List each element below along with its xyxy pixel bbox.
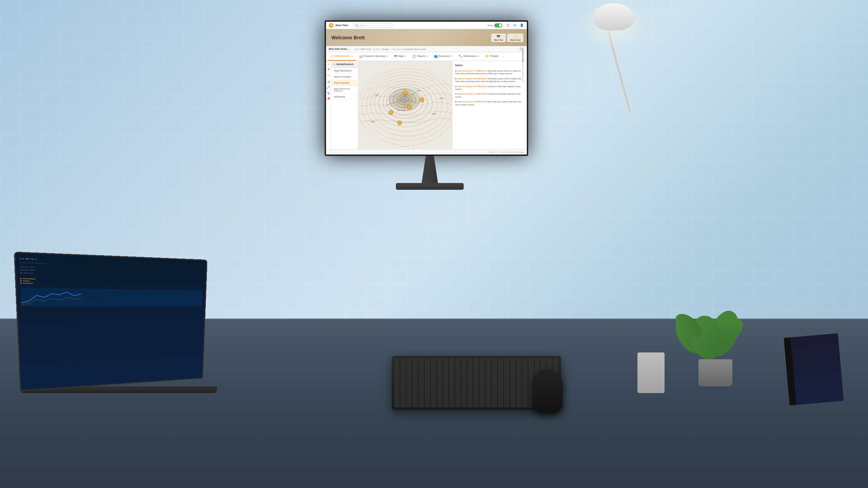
settings-icon-btn[interactable]: ⊙ [513,23,517,28]
plant [682,268,749,386]
notes-scroll-track [522,61,524,83]
resources-arrow: ▼ [451,55,453,57]
tab-safety-label: Safety/Geotech [334,55,350,57]
sidebar-menu-icon[interactable]: ≡ [327,62,330,66]
tab-resources[interactable]: 👥 Resources ▼ [431,52,456,61]
search-icon: 🔍 [355,24,358,27]
tab-projects-label: Projects [490,55,498,57]
user-icon-btn[interactable]: 👤 [519,23,524,28]
marker-warning-icon-1: ⚠ [403,91,407,95]
svg-text:4650: 4650 [371,121,375,123]
panel-item-slope-restrictions[interactable]: Slope Restrictions [331,68,358,74]
tab-maps-label: Maps [398,55,404,57]
duration-meta: Duration: 30 Days [373,48,389,50]
app-topbar: M Mine Plan 🔍 Search... Mode ? ⊙ [326,22,527,29]
map-marker-5[interactable]: ⚠ [397,121,401,125]
whats-new-btn-label: What's New [510,39,521,41]
sidebar-map-icon[interactable]: 📍 [327,68,330,72]
footer-logo-icon: ● [498,151,499,153]
tab-resources-label: Resources [439,55,450,57]
monitor-screen[interactable]: M Mine Plan 🔍 Search... Mode ? ⊙ [325,20,528,156]
panel-item-slope-stability[interactable]: Slope Stability [331,80,358,86]
tab-projects[interactable]: 📁 Projects [482,52,501,61]
left-panel-warning-icon: ⚠ [333,63,335,66]
app-container: M Mine Plan 🔍 Search... Mode ? ⊙ [326,22,527,155]
panel-item-areas-of-concern[interactable]: Areas of Concern [331,74,358,80]
left-panel-title: ⚠ Safety/Geotech [333,63,354,66]
reports-icon: 📋 [412,55,416,58]
background: ▬ ▬ ▬▬▬ ▬▬ ▬ ─────────────────── ▬▬▬▬ ▬▬… [0,0,868,488]
note-item-4: 4. Area of concern on 3900 level: Contac… [455,93,524,98]
topo-map-svg: 4900 5000 4300 4650 3900 [358,61,452,149]
panel-item-instructions[interactable]: Instructions [331,94,358,100]
map-credit: EclipseVME [399,145,411,148]
svg-text:4300: 4300 [375,94,379,96]
marker-warning-icon-5: ⚠ [397,121,401,125]
tab-reports-label: Reports [417,55,426,57]
toggle-knob [499,24,502,27]
mine-plan-meta: Start: 2022-10-25 Duration: 30 Days Conn… [355,48,426,50]
tab-safety[interactable]: ⚠ Safety/Geotech ▼ [328,52,356,61]
start-value: 2022-10-25 [360,48,371,50]
banner-buttons: 🗺 Mine Plan ✨ What's New [491,34,524,42]
panel-item-slope-4000[interactable]: Slope Restrictions: 4000 Lev... [331,86,358,94]
svg-text:5000: 5000 [432,113,436,115]
duration-value: 30 Days [382,48,389,50]
main-content: ≡ 📍 ⛏ 📊 🔎 📡 📌 ⚠ Safety/Geotec [326,61,527,149]
map-area[interactable]: 4900 5000 4300 4650 3900 ⚠ [358,61,452,149]
tabs-more[interactable]: › [501,55,505,58]
svg-text:3900: 3900 [417,90,421,92]
map-marker-2[interactable]: ⚠ [420,98,424,102]
help-icon-btn[interactable]: ? [506,23,511,28]
maps-icon: 🗺 [394,55,397,58]
maps-arrow: ▼ [405,55,407,57]
mine-plan-icon: 🗺 [497,35,500,38]
sidebar-chart-icon[interactable]: 📊 [327,80,330,83]
note-item-1: 1. Area of concern on 4900 level: Restri… [455,69,524,75]
maintenance-icon: 🔧 [458,55,462,58]
app-logo: M [329,23,334,28]
note-item-5: 5. Area of concern on 4650 level: Berm a… [455,100,524,106]
nav-tabs: ⚠ Safety/Geotech ▼ 📊 Production Summary … [326,52,527,61]
lamp [570,0,637,169]
mode-label: Mode [488,24,493,26]
monitor-wrapper: M Mine Plan 🔍 Search... Mode ? ⊙ [325,20,535,190]
welcome-banner: Welcome Brett 🗺 Mine Plan ✨ What's New [326,29,527,46]
safety-arrow: ▼ [351,55,353,57]
search-bar[interactable]: 🔍 Search... [353,23,394,28]
laptop: ▬ ▬ ▬▬▬ ▬▬ ▬ ─────────────────── ▬▬▬▬ ▬▬… [0,258,237,393]
sidebar-signal-icon[interactable]: 📡 [327,91,330,95]
sidebar-mine-icon[interactable]: ⛏ [327,74,330,78]
stationery-holder [637,352,665,393]
connection-meta: Connection: Connection Name (Level) [391,48,426,50]
app-title: Mine Plan [336,24,348,27]
map-marker-1[interactable]: ⚠ [403,91,407,95]
tab-reports[interactable]: 📋 Reports ▼ [410,52,431,61]
tab-production[interactable]: 📊 Production Summary ▼ [356,52,391,61]
mine-plan-selector[interactable]: Mine Plan Demo ▼ [329,48,350,50]
mine-plan-bar: Mine Plan Demo ▼ Start: 2022-10-25 Durat… [326,46,527,52]
footer-product-label: Product of [488,151,497,153]
app-footer: Product of ● Eclipse Mining Technologies [326,149,527,155]
connection-label: Connection: [391,48,402,50]
mouse [532,369,563,413]
mode-switch[interactable] [494,23,502,27]
mode-toggle: Mode [488,23,502,27]
tab-maps[interactable]: 🗺 Maps ▼ [391,52,410,61]
notes-panel: Notes 1. Area of concern on 4900 level: … [452,61,527,149]
footer-company: Eclipse Mining Technologies [501,151,524,153]
whats-new-button[interactable]: ✨ What's New [507,34,524,42]
note-item-3: 3. Area of concern on 4300 level: Contac… [455,85,524,91]
sidebar-pin-icon[interactable]: 📌 [327,97,330,101]
map-marker-3[interactable]: ⚠ [407,105,411,109]
duration-label: Duration: [373,48,381,50]
sidebar-search-icon[interactable]: 🔎 [327,85,330,89]
monitor-stand [420,156,440,183]
binder [784,333,844,405]
monitor-base [396,183,464,190]
note-item-2: 2. Area of concern on 5000 level: Restri… [455,77,524,83]
mine-plan-button[interactable]: 🗺 Mine Plan [491,34,506,42]
tab-maintenance[interactable]: 🔧 Maintenance ▼ [456,52,482,61]
map-marker-4[interactable]: ⚠ [389,110,393,114]
plant-pot [698,359,732,386]
